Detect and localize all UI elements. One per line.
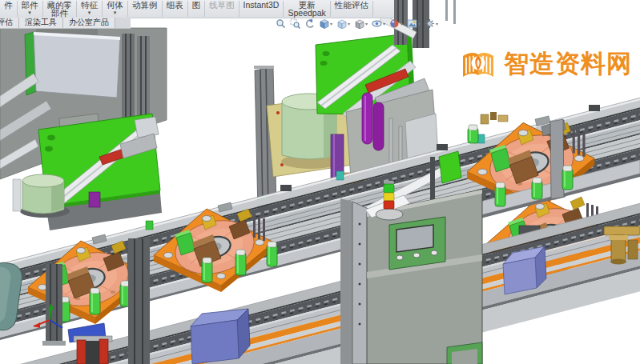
- blue-transfer-box[interactable]: [191, 309, 250, 364]
- ribbon-button-label: 动算例: [132, 1, 158, 9]
- hmi-button[interactable]: [431, 250, 437, 255]
- ribbon-button-label: 更新 Speedpak: [288, 1, 325, 17]
- dropdown-caret-icon: ▾: [383, 22, 385, 26]
- dropdown-caret-icon: ▾: [436, 22, 438, 26]
- zoom-area-icon[interactable]: [289, 18, 301, 29]
- hmi-screen[interactable]: [396, 225, 433, 252]
- ribbon-button-performance-evaluation[interactable]: 性能评估: [331, 0, 372, 18]
- pallet-stopper[interactable]: [532, 178, 542, 199]
- apply-scene-icon[interactable]: ▾: [406, 18, 421, 29]
- command-manager-ribbon: 件部件▾藏的零 部件特征▾何体▾动算例细表图线草图Instant3D更新 Spe…: [0, 0, 394, 18]
- ribbon-button-new-motion-study[interactable]: 动算例: [128, 0, 162, 18]
- ribbon-button-label: 部件: [22, 1, 38, 9]
- solidworks-window: 件部件▾藏的零 部件特征▾何体▾动算例细表图线草图Instant3D更新 Spe…: [0, 0, 640, 364]
- ribbon-buttons: 件部件▾藏的零 部件特征▾何体▾动算例细表图线草图Instant3D更新 Spe…: [0, 0, 373, 18]
- ribbon-button-show-hidden-components[interactable]: 藏的零 部件: [43, 0, 77, 18]
- display-style-icon[interactable]: ▾: [353, 18, 368, 29]
- ribbon-button-edit-component[interactable]: 件: [0, 0, 17, 18]
- tab-office-products[interactable]: 办公室产品: [63, 18, 115, 28]
- ribbon-button-label: 藏的零 部件: [47, 1, 73, 17]
- pallet-stopper[interactable]: [468, 125, 478, 143]
- dropdown-caret-icon: ▾: [365, 22, 368, 26]
- tab-evaluate[interactable]: 评估: [0, 18, 19, 28]
- ribbon-separator: [372, 1, 373, 17]
- watermark-book-flame-icon: [460, 46, 497, 82]
- tower-light: [384, 181, 394, 209]
- pallet-stopper[interactable]: [562, 166, 573, 190]
- pallet-stopper[interactable]: [202, 258, 212, 282]
- ribbon-button-label: 性能评估: [335, 1, 368, 9]
- ribbon-button-label: 特征: [81, 1, 98, 9]
- view-orientation-icon[interactable]: ▾: [336, 18, 351, 29]
- dropdown-caret-icon: ▾: [114, 10, 117, 15]
- ribbon-button-label: 何体: [107, 1, 123, 9]
- tab-render-tools[interactable]: 渲染工具: [19, 18, 63, 28]
- edit-appearance-icon[interactable]: ▾: [388, 18, 404, 29]
- ribbon-button-label: 线草图: [209, 1, 235, 9]
- view-settings-icon[interactable]: ▾: [424, 18, 439, 29]
- dropdown-caret-icon: ▾: [418, 22, 421, 26]
- dropdown-caret-icon: ▾: [348, 22, 350, 26]
- ribbon-button-exploded-view[interactable]: 图: [188, 0, 205, 18]
- ribbon-button-label: 件: [4, 1, 13, 9]
- hide-show-items-icon[interactable]: ▾: [371, 18, 386, 29]
- dropdown-caret-icon: ▾: [330, 22, 332, 26]
- hmi-button[interactable]: [413, 253, 420, 258]
- section-view-icon[interactable]: ▾: [318, 18, 333, 29]
- beam-green-cap: [439, 151, 461, 183]
- pallet-stopper[interactable]: [90, 288, 100, 314]
- pallet-stopper[interactable]: [267, 242, 277, 266]
- ribbon-button-reference-geometry[interactable]: 何体▾: [103, 0, 127, 18]
- beam-rod: [430, 157, 435, 202]
- ribbon-button-instant3d[interactable]: Instant3D: [239, 0, 284, 18]
- heads-up-view-toolbar: ▾▾▾▾▾▾▾: [275, 18, 439, 29]
- ribbon-button-update-speedpak[interactable]: 更新 Speedpak: [284, 0, 329, 18]
- ribbon-button-insert-components[interactable]: 部件▾: [18, 0, 42, 18]
- ribbon-button-assembly-features[interactable]: 特征▾: [77, 0, 102, 18]
- watermark-text: 智造资料网: [504, 46, 632, 82]
- pallet-stopper[interactable]: [495, 182, 505, 206]
- dropdown-caret-icon: ▾: [401, 22, 403, 26]
- ribbon-button-bill-of-materials[interactable]: 细表: [163, 0, 187, 18]
- dropdown-caret-icon: ▾: [88, 10, 91, 15]
- previous-view-icon[interactable]: [304, 18, 316, 29]
- ribbon-button-label: 细表: [167, 1, 183, 9]
- hmi-button[interactable]: [396, 255, 403, 260]
- pallet-stopper[interactable]: [235, 250, 246, 275]
- zoom-fit-icon[interactable]: [275, 18, 287, 29]
- ribbon-button-label: 图: [192, 1, 201, 9]
- dropdown-caret-icon: ▾: [28, 10, 31, 15]
- watermark: 智造资料网: [460, 46, 632, 82]
- ribbon-button-explode-line-sketch[interactable]: 线草图: [205, 0, 239, 18]
- command-manager-tabs: 评估渲染工具办公室产品: [0, 18, 131, 29]
- ribbon-button-label: Instant3D: [244, 1, 280, 9]
